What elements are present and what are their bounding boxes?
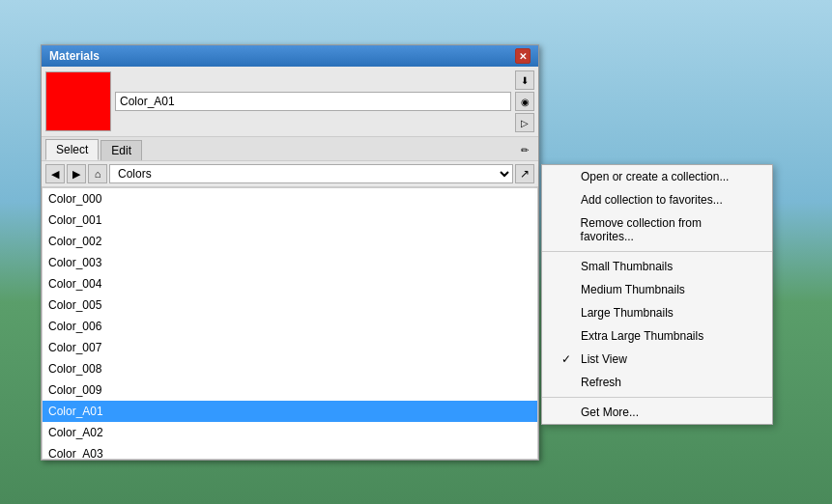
dialog-close-button[interactable]: ✕ (515, 48, 531, 64)
list-item[interactable]: Color_008 (43, 358, 537, 379)
dialog-title: Materials (49, 49, 100, 63)
list-item[interactable]: Color_001 (43, 210, 537, 231)
list-item[interactable]: Color_004 (43, 273, 537, 294)
tab-edit[interactable]: Edit (100, 140, 142, 160)
nav-back-button[interactable]: ◀ (45, 164, 65, 183)
context-menu-item[interactable]: Refresh (542, 371, 772, 394)
collection-dropdown[interactable]: Colors (109, 164, 513, 183)
list-item[interactable]: Color_A02 (43, 422, 537, 443)
context-menu-item[interactable]: Medium Thumbnails (542, 278, 772, 301)
pencil-icon-area: ✏ (515, 140, 534, 159)
context-menu-item[interactable]: Remove collection from favorites... (542, 211, 772, 248)
nav-forward-button[interactable]: ▶ (67, 164, 86, 183)
context-menu-item[interactable]: Extra Large Thumbnails (542, 324, 772, 348)
nav-home-button[interactable]: ⌂ (88, 164, 107, 183)
preview-section: ⬇ ◉ ▷ (42, 67, 538, 137)
context-menu-item[interactable]: Open or create a collection... (542, 165, 772, 188)
clear-button[interactable]: ▷ (515, 113, 534, 132)
context-menu-item[interactable]: Get More... (542, 401, 772, 424)
tabs-section: Select Edit ✏ (42, 137, 538, 161)
list-item[interactable]: Color_002 (43, 231, 537, 252)
tab-select[interactable]: Select (45, 139, 99, 160)
context-menu-separator (542, 397, 772, 398)
nav-section: ◀ ▶ ⌂ Colors ↗ (42, 161, 538, 187)
pencil-button[interactable]: ✏ (515, 140, 534, 159)
list-item[interactable]: Color_007 (43, 337, 537, 358)
color-preview (45, 71, 111, 131)
eye-button[interactable]: ◉ (515, 92, 534, 111)
preview-toolbar: ⬇ ◉ ▷ (515, 70, 534, 132)
dialog-titlebar: Materials ✕ (42, 45, 538, 67)
materials-list[interactable]: Color_000Color_001Color_002Color_003Colo… (42, 187, 538, 460)
list-item[interactable]: Color_A03 (43, 443, 537, 460)
nav-export-button[interactable]: ↗ (515, 164, 534, 183)
material-name-input[interactable] (115, 92, 511, 111)
context-menu-item[interactable]: ✓List View (542, 348, 772, 371)
context-menu-item[interactable]: Add collection to favorites... (542, 188, 772, 211)
list-item[interactable]: Color_006 (43, 316, 537, 337)
sample-paint-button[interactable]: ⬇ (515, 70, 534, 90)
context-menu-separator (542, 251, 772, 252)
context-menu: Open or create a collection...Add collec… (541, 164, 773, 425)
list-item[interactable]: Color_009 (43, 379, 537, 401)
list-item[interactable]: Color_005 (43, 294, 537, 316)
list-item[interactable]: Color_A01 (43, 401, 537, 422)
list-item[interactable]: Color_003 (43, 252, 537, 273)
list-item[interactable]: Color_000 (43, 188, 537, 210)
materials-dialog: Materials ✕ ⬇ ◉ ▷ Select Edit ✏ ◀ ▶ ⌂ Co… (41, 44, 539, 461)
context-menu-item[interactable]: Large Thumbnails (542, 301, 772, 324)
context-menu-item[interactable]: Small Thumbnails (542, 255, 772, 278)
